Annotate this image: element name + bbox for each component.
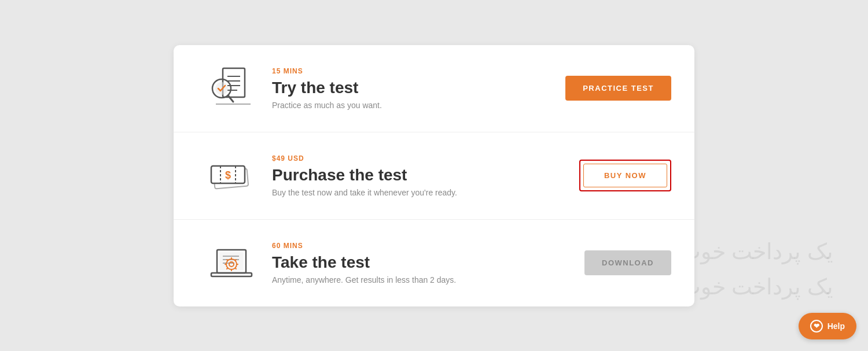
purchase-content: $49 USD Purchase the test Buy the test n… — [266, 154, 579, 197]
laptop-screen-icon — [205, 237, 258, 289]
svg-text:$: $ — [225, 169, 231, 181]
svg-line-28 — [236, 260, 236, 260]
buy-now-button[interactable]: BUY NOW — [583, 164, 667, 187]
main-card: 15 MINS Try the test Practice as much as… — [174, 45, 694, 306]
take-description: Anytime, anywhere. Get results in less t… — [272, 275, 573, 285]
help-button[interactable]: ❤ Help — [799, 313, 856, 339]
watermark-fa: یک پرداخت خوب یک پرداخت خوب — [680, 234, 833, 305]
svg-line-27 — [236, 268, 236, 268]
purchase-icon-container: $ — [197, 150, 266, 202]
try-label: 15 MINS — [272, 67, 554, 75]
buy-now-highlight-border: BUY NOW — [579, 160, 671, 191]
help-label: Help — [827, 322, 845, 331]
purchase-label: $49 USD — [272, 154, 568, 162]
help-chat-icon: ❤ — [810, 320, 823, 332]
take-content: 60 MINS Take the test Anytime, anywhere.… — [266, 242, 584, 285]
svg-line-26 — [227, 260, 227, 260]
take-icon-container — [197, 237, 266, 289]
svg-line-7 — [228, 95, 233, 102]
take-label: 60 MINS — [272, 242, 573, 250]
purchase-action: BUY NOW — [579, 160, 671, 191]
take-title: Take the test — [272, 253, 573, 272]
purchase-section: $ $49 USD Purchase the test Buy the test… — [174, 132, 694, 220]
try-action: PRACTICE TEST — [565, 76, 671, 101]
download-button[interactable]: DOWNLOAD — [584, 250, 671, 275]
practice-test-button[interactable]: PRACTICE TEST — [565, 76, 671, 101]
ticket-dollar-icon: $ — [205, 150, 258, 202]
purchase-title: Purchase the test — [272, 166, 568, 184]
svg-line-29 — [227, 268, 227, 268]
try-section: 15 MINS Try the test Practice as much as… — [174, 45, 694, 132]
try-description: Practice as much as you want. — [272, 101, 554, 110]
magnify-document-icon — [205, 62, 258, 114]
purchase-description: Buy the test now and take it whenever yo… — [272, 188, 568, 197]
try-icon-container — [197, 62, 266, 114]
try-content: 15 MINS Try the test Practice as much as… — [266, 67, 565, 110]
try-title: Try the test — [272, 79, 554, 97]
take-action: DOWNLOAD — [584, 250, 671, 275]
take-section: 60 MINS Take the test Anytime, anywhere.… — [174, 220, 694, 306]
